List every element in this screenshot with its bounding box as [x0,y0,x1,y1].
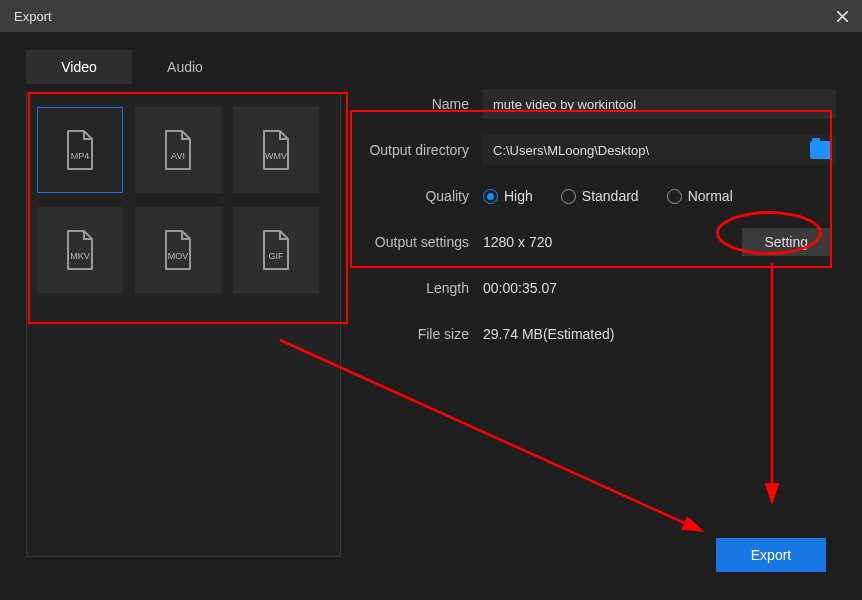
file-icon: MKV [60,227,100,273]
svg-text:AVI: AVI [171,151,185,161]
filesize-label: File size [358,326,483,342]
tab-audio[interactable]: Audio [132,50,238,84]
format-item-mkv[interactable]: MKV [37,207,123,293]
file-icon: AVI [158,127,198,173]
output-settings-value: 1280 x 720 [483,234,552,250]
format-item-avi[interactable]: AVI [135,107,221,193]
format-tabs: Video Audio [26,50,836,84]
radio-icon [667,189,682,204]
output-settings-label: Output settings [358,234,483,250]
format-item-mp4[interactable]: MP4 [37,107,123,193]
svg-text:GIF: GIF [269,251,285,261]
name-label: Name [358,96,483,112]
file-icon: MP4 [60,127,100,173]
svg-text:MKV: MKV [70,251,90,261]
folder-icon[interactable] [810,141,832,159]
format-panel: MP4AVIWMVMKVMOVGIF [26,92,341,557]
radio-icon [483,189,498,204]
settings-panel: Name Output directory C:\Users\MLoong\De… [346,84,836,557]
tab-video[interactable]: Video [26,50,132,84]
output-dir-field[interactable]: C:\Users\MLoong\Desktop\ [483,135,836,165]
window-title: Export [14,9,52,24]
svg-text:WMV: WMV [265,151,287,161]
quality-radio-normal[interactable]: Normal [667,188,733,204]
file-icon: GIF [256,227,296,273]
close-icon [837,11,848,22]
content-area: Video Audio MP4AVIWMVMKVMOVGIF Name Outp… [0,32,862,600]
svg-text:MP4: MP4 [71,151,90,161]
radio-icon [561,189,576,204]
name-input[interactable] [483,89,836,119]
quality-radio-standard[interactable]: Standard [561,188,639,204]
svg-text:MOV: MOV [168,251,189,261]
length-label: Length [358,280,483,296]
output-dir-label: Output directory [358,142,483,158]
length-value: 00:00:35.07 [483,280,836,296]
format-item-wmv[interactable]: WMV [233,107,319,193]
quality-label: Quality [358,188,483,204]
file-icon: WMV [256,127,296,173]
filesize-value: 29.74 MB(Estimated) [483,326,836,342]
format-item-mov[interactable]: MOV [135,207,221,293]
titlebar: Export [0,0,862,32]
file-icon: MOV [158,227,198,273]
format-item-gif[interactable]: GIF [233,207,319,293]
export-button[interactable]: Export [716,538,826,572]
setting-button[interactable]: Setting [742,228,830,256]
output-dir-value: C:\Users\MLoong\Desktop\ [493,143,810,158]
quality-radio-high[interactable]: High [483,188,533,204]
close-button[interactable] [832,6,852,26]
